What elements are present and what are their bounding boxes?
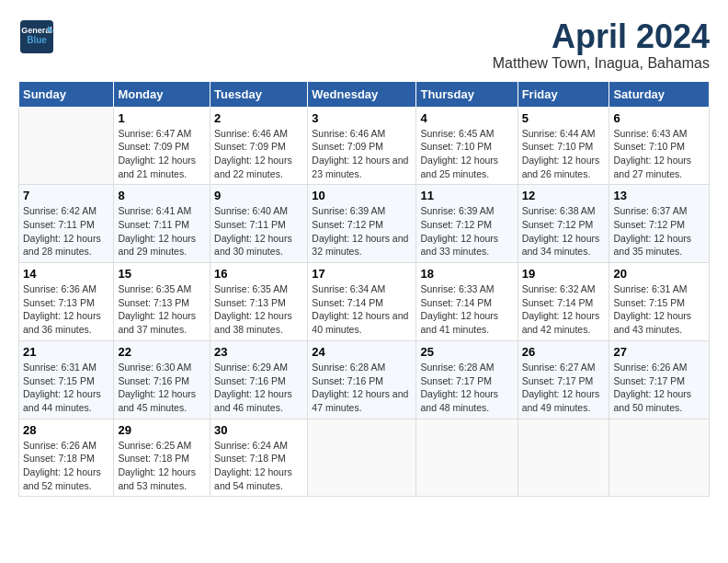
calendar-cell: 5 Sunrise: 6:44 AMSunset: 7:10 PMDayligh… bbox=[518, 107, 609, 185]
day-number: 5 bbox=[522, 111, 606, 125]
day-info: Sunrise: 6:27 AMSunset: 7:17 PMDaylight:… bbox=[522, 361, 606, 415]
day-info: Sunrise: 6:41 AMSunset: 7:11 PMDaylight:… bbox=[118, 204, 206, 259]
calendar-cell: 12 Sunrise: 6:38 AMSunset: 7:12 PMDaylig… bbox=[518, 185, 609, 263]
calendar-cell: 18 Sunrise: 6:33 AMSunset: 7:14 PMDaylig… bbox=[416, 263, 518, 341]
col-monday: Monday bbox=[114, 81, 210, 107]
day-number: 14 bbox=[23, 267, 109, 281]
day-info: Sunrise: 6:39 AMSunset: 7:12 PMDaylight:… bbox=[312, 204, 412, 259]
calendar-cell: 24 Sunrise: 6:28 AMSunset: 7:16 PMDaylig… bbox=[308, 340, 416, 419]
calendar-cell: 21 Sunrise: 6:31 AMSunset: 7:15 PMDaylig… bbox=[19, 340, 114, 419]
col-wednesday: Wednesday bbox=[308, 81, 416, 107]
day-info: Sunrise: 6:42 AMSunset: 7:11 PMDaylight:… bbox=[23, 204, 109, 259]
day-number: 7 bbox=[23, 189, 109, 202]
calendar-cell bbox=[308, 419, 416, 497]
title-area: April 2024 Matthew Town, Inagua, Bahamas bbox=[493, 18, 710, 72]
calendar-cell: 29 Sunrise: 6:25 AMSunset: 7:18 PMDaylig… bbox=[114, 419, 210, 497]
calendar-cell: 8 Sunrise: 6:41 AMSunset: 7:11 PMDayligh… bbox=[114, 185, 210, 263]
day-number: 28 bbox=[23, 423, 109, 437]
day-number: 16 bbox=[214, 267, 303, 281]
day-number: 24 bbox=[312, 345, 412, 359]
day-info: Sunrise: 6:36 AMSunset: 7:13 PMDaylight:… bbox=[23, 282, 109, 337]
day-number: 9 bbox=[214, 189, 303, 202]
day-number: 30 bbox=[214, 423, 303, 437]
day-info: Sunrise: 6:35 AMSunset: 7:13 PMDaylight:… bbox=[118, 282, 206, 337]
day-info: Sunrise: 6:39 AMSunset: 7:12 PMDaylight:… bbox=[420, 204, 513, 259]
calendar-cell: 28 Sunrise: 6:26 AMSunset: 7:18 PMDaylig… bbox=[19, 419, 114, 497]
day-number: 21 bbox=[23, 345, 109, 359]
calendar-cell: 1 Sunrise: 6:47 AMSunset: 7:09 PMDayligh… bbox=[114, 107, 210, 185]
day-number: 29 bbox=[118, 423, 206, 437]
day-number: 4 bbox=[420, 111, 513, 125]
calendar-cell: 15 Sunrise: 6:35 AMSunset: 7:13 PMDaylig… bbox=[114, 263, 210, 341]
calendar-cell: 9 Sunrise: 6:40 AMSunset: 7:11 PMDayligh… bbox=[210, 185, 308, 263]
calendar-cell bbox=[416, 419, 518, 497]
calendar-cell: 16 Sunrise: 6:35 AMSunset: 7:13 PMDaylig… bbox=[210, 263, 308, 341]
day-number: 20 bbox=[613, 267, 705, 281]
day-info: Sunrise: 6:32 AMSunset: 7:14 PMDaylight:… bbox=[522, 282, 606, 337]
calendar-table: Sunday Monday Tuesday Wednesday Thursday… bbox=[18, 81, 710, 498]
day-info: Sunrise: 6:26 AMSunset: 7:18 PMDaylight:… bbox=[23, 439, 109, 493]
calendar-cell: 25 Sunrise: 6:28 AMSunset: 7:17 PMDaylig… bbox=[416, 340, 518, 419]
calendar-cell bbox=[19, 107, 114, 185]
page-header: General Blue April 2024 Matthew Town, In… bbox=[18, 18, 710, 72]
day-number: 25 bbox=[420, 345, 513, 359]
calendar-cell: 22 Sunrise: 6:30 AMSunset: 7:16 PMDaylig… bbox=[114, 340, 210, 419]
day-number: 6 bbox=[613, 111, 705, 125]
day-info: Sunrise: 6:24 AMSunset: 7:18 PMDaylight:… bbox=[214, 439, 303, 493]
day-info: Sunrise: 6:45 AMSunset: 7:10 PMDaylight:… bbox=[420, 127, 513, 181]
location-title: Matthew Town, Inagua, Bahamas bbox=[493, 55, 710, 72]
day-info: Sunrise: 6:28 AMSunset: 7:16 PMDaylight:… bbox=[312, 361, 412, 415]
calendar-cell: 17 Sunrise: 6:34 AMSunset: 7:14 PMDaylig… bbox=[308, 263, 416, 341]
day-info: Sunrise: 6:37 AMSunset: 7:12 PMDaylight:… bbox=[613, 204, 705, 259]
col-thursday: Thursday bbox=[416, 81, 518, 107]
calendar-cell bbox=[609, 419, 710, 497]
col-tuesday: Tuesday bbox=[210, 81, 308, 107]
day-info: Sunrise: 6:28 AMSunset: 7:17 PMDaylight:… bbox=[420, 361, 513, 415]
day-number: 26 bbox=[522, 345, 606, 359]
svg-text:General: General bbox=[21, 26, 52, 35]
day-number: 1 bbox=[118, 111, 206, 125]
calendar-cell: 23 Sunrise: 6:29 AMSunset: 7:16 PMDaylig… bbox=[210, 340, 308, 419]
calendar-cell: 19 Sunrise: 6:32 AMSunset: 7:14 PMDaylig… bbox=[518, 263, 609, 341]
day-info: Sunrise: 6:35 AMSunset: 7:13 PMDaylight:… bbox=[214, 282, 303, 337]
day-number: 19 bbox=[522, 267, 606, 281]
col-sunday: Sunday bbox=[19, 81, 114, 107]
calendar-week-4: 21 Sunrise: 6:31 AMSunset: 7:15 PMDaylig… bbox=[19, 340, 710, 419]
day-number: 23 bbox=[214, 345, 303, 359]
col-friday: Friday bbox=[518, 81, 609, 107]
day-info: Sunrise: 6:25 AMSunset: 7:18 PMDaylight:… bbox=[118, 439, 206, 493]
day-number: 3 bbox=[312, 111, 412, 125]
month-title: April 2024 bbox=[493, 18, 710, 55]
calendar-cell: 10 Sunrise: 6:39 AMSunset: 7:12 PMDaylig… bbox=[308, 185, 416, 263]
calendar-cell: 30 Sunrise: 6:24 AMSunset: 7:18 PMDaylig… bbox=[210, 419, 308, 497]
day-info: Sunrise: 6:40 AMSunset: 7:11 PMDaylight:… bbox=[214, 204, 303, 259]
day-info: Sunrise: 6:26 AMSunset: 7:17 PMDaylight:… bbox=[613, 361, 705, 415]
header-row: Sunday Monday Tuesday Wednesday Thursday… bbox=[19, 81, 710, 107]
calendar-cell: 3 Sunrise: 6:46 AMSunset: 7:09 PMDayligh… bbox=[308, 107, 416, 185]
calendar-cell: 27 Sunrise: 6:26 AMSunset: 7:17 PMDaylig… bbox=[609, 340, 710, 419]
day-number: 22 bbox=[118, 345, 206, 359]
day-number: 15 bbox=[118, 267, 206, 281]
day-info: Sunrise: 6:47 AMSunset: 7:09 PMDaylight:… bbox=[118, 127, 206, 181]
day-number: 18 bbox=[420, 267, 513, 281]
col-saturday: Saturday bbox=[609, 81, 710, 107]
day-info: Sunrise: 6:43 AMSunset: 7:10 PMDaylight:… bbox=[613, 127, 705, 181]
day-info: Sunrise: 6:38 AMSunset: 7:12 PMDaylight:… bbox=[522, 204, 606, 259]
calendar-cell: 2 Sunrise: 6:46 AMSunset: 7:09 PMDayligh… bbox=[210, 107, 308, 185]
calendar-cell: 20 Sunrise: 6:31 AMSunset: 7:15 PMDaylig… bbox=[609, 263, 710, 341]
calendar-week-2: 7 Sunrise: 6:42 AMSunset: 7:11 PMDayligh… bbox=[19, 185, 710, 263]
day-info: Sunrise: 6:29 AMSunset: 7:16 PMDaylight:… bbox=[214, 361, 303, 415]
calendar-cell: 7 Sunrise: 6:42 AMSunset: 7:11 PMDayligh… bbox=[19, 185, 114, 263]
calendar-cell: 4 Sunrise: 6:45 AMSunset: 7:10 PMDayligh… bbox=[416, 107, 518, 185]
logo-icon: General Blue bbox=[18, 18, 55, 55]
day-number: 17 bbox=[312, 267, 412, 281]
calendar-cell: 11 Sunrise: 6:39 AMSunset: 7:12 PMDaylig… bbox=[416, 185, 518, 263]
calendar-week-5: 28 Sunrise: 6:26 AMSunset: 7:18 PMDaylig… bbox=[19, 419, 710, 497]
day-info: Sunrise: 6:31 AMSunset: 7:15 PMDaylight:… bbox=[613, 282, 705, 337]
day-number: 11 bbox=[420, 189, 513, 202]
day-info: Sunrise: 6:30 AMSunset: 7:16 PMDaylight:… bbox=[118, 361, 206, 415]
calendar-week-3: 14 Sunrise: 6:36 AMSunset: 7:13 PMDaylig… bbox=[19, 263, 710, 341]
day-number: 10 bbox=[312, 189, 412, 202]
day-info: Sunrise: 6:46 AMSunset: 7:09 PMDaylight:… bbox=[214, 127, 303, 181]
logo: General Blue bbox=[18, 18, 55, 55]
